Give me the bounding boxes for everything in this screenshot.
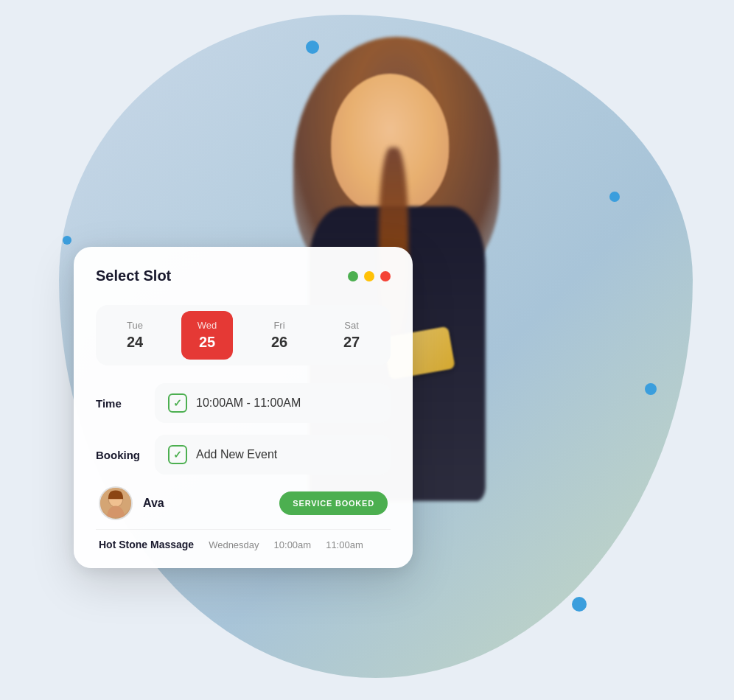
time-row: Time 10:00AM - 11:00AM xyxy=(96,383,391,423)
yellow-dot xyxy=(364,271,374,281)
decorative-dot-4 xyxy=(572,597,587,612)
decorative-dot-2 xyxy=(609,192,620,202)
date-item-fri[interactable]: Fri 26 xyxy=(254,311,305,360)
card-title: Select Slot xyxy=(96,267,171,284)
scene: Select Slot Tue 24 Wed 25 Fri 26 Sat xyxy=(0,0,734,700)
date-num-fri: 26 xyxy=(271,334,287,351)
date-day-sat: Sat xyxy=(344,320,359,331)
service-info-row: Hot Stone Massage Wednesday 10:00am 11:0… xyxy=(96,529,391,550)
time-value: 10:00AM - 11:00AM xyxy=(196,396,301,410)
traffic-lights xyxy=(348,271,391,281)
green-dot xyxy=(348,271,358,281)
date-num-tue: 24 xyxy=(127,334,143,351)
date-day-fri: Fri xyxy=(273,320,284,331)
user-row: Ava SERVICE BOOKED xyxy=(96,486,391,520)
red-dot xyxy=(380,271,391,281)
date-selector: Tue 24 Wed 25 Fri 26 Sat 27 xyxy=(96,305,391,365)
select-slot-card: Select Slot Tue 24 Wed 25 Fri 26 Sat xyxy=(74,247,413,568)
time-label: Time xyxy=(96,397,155,410)
decorative-dot-5 xyxy=(63,236,71,245)
card-header: Select Slot xyxy=(96,267,391,284)
service-start-time: 10:00am xyxy=(274,539,312,550)
service-end-time: 11:00am xyxy=(326,539,363,550)
date-num-wed: 25 xyxy=(199,334,215,351)
user-name: Ava xyxy=(143,497,269,510)
service-booked-button[interactable]: SERVICE BOOKED xyxy=(279,491,388,515)
date-num-sat: 27 xyxy=(343,334,360,351)
time-value-box[interactable]: 10:00AM - 11:00AM xyxy=(155,383,391,423)
date-day-tue: Tue xyxy=(127,320,143,331)
date-item-wed[interactable]: Wed 25 xyxy=(181,311,233,360)
avatar xyxy=(99,486,133,520)
date-item-tue[interactable]: Tue 24 xyxy=(109,311,161,360)
booking-check-icon xyxy=(168,445,187,464)
decorative-dot-1 xyxy=(306,41,319,54)
time-check-icon xyxy=(168,393,187,413)
service-day: Wednesday xyxy=(209,539,259,550)
date-item-sat[interactable]: Sat 27 xyxy=(326,311,377,360)
booking-row: Booking Add New Event xyxy=(96,435,391,475)
booking-value-box[interactable]: Add New Event xyxy=(155,435,391,475)
booking-label: Booking xyxy=(96,449,155,461)
booking-value: Add New Event xyxy=(196,448,277,461)
date-day-wed: Wed xyxy=(198,320,217,331)
service-name: Hot Stone Massage xyxy=(99,539,194,550)
decorative-dot-3 xyxy=(645,383,657,395)
